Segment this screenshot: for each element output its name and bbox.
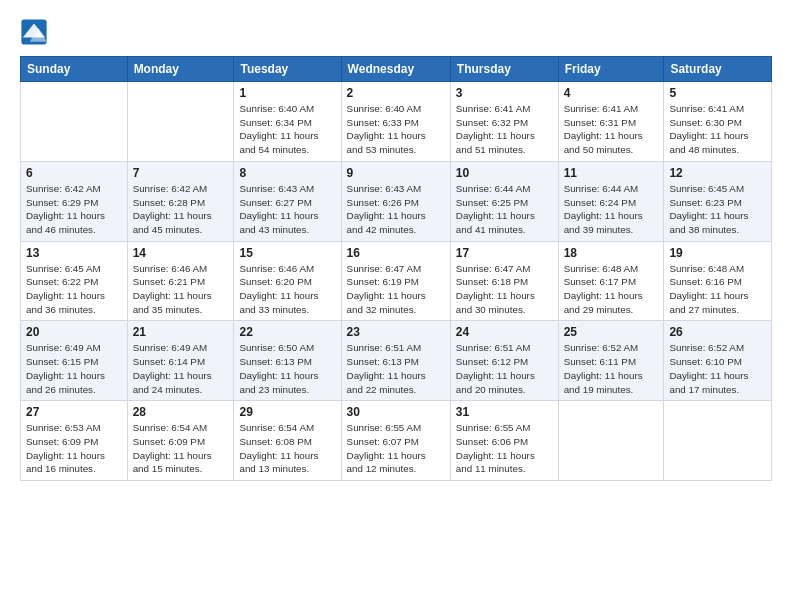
header: [20, 18, 772, 46]
calendar-cell: 21Sunrise: 6:49 AM Sunset: 6:14 PM Dayli…: [127, 321, 234, 401]
calendar-cell: 27Sunrise: 6:53 AM Sunset: 6:09 PM Dayli…: [21, 401, 128, 481]
calendar-cell: 5Sunrise: 6:41 AM Sunset: 6:30 PM Daylig…: [664, 82, 772, 162]
calendar-cell: 17Sunrise: 6:47 AM Sunset: 6:18 PM Dayli…: [450, 241, 558, 321]
logo: [20, 18, 50, 46]
day-number: 21: [133, 325, 229, 339]
cell-info: Sunrise: 6:48 AM Sunset: 6:16 PM Dayligh…: [669, 262, 766, 317]
cell-info: Sunrise: 6:42 AM Sunset: 6:29 PM Dayligh…: [26, 182, 122, 237]
calendar-cell: 6Sunrise: 6:42 AM Sunset: 6:29 PM Daylig…: [21, 161, 128, 241]
day-number: 27: [26, 405, 122, 419]
day-number: 29: [239, 405, 335, 419]
day-number: 16: [347, 246, 445, 260]
cell-info: Sunrise: 6:41 AM Sunset: 6:30 PM Dayligh…: [669, 102, 766, 157]
cell-info: Sunrise: 6:49 AM Sunset: 6:14 PM Dayligh…: [133, 341, 229, 396]
cell-info: Sunrise: 6:54 AM Sunset: 6:08 PM Dayligh…: [239, 421, 335, 476]
cell-info: Sunrise: 6:51 AM Sunset: 6:13 PM Dayligh…: [347, 341, 445, 396]
cell-info: Sunrise: 6:47 AM Sunset: 6:19 PM Dayligh…: [347, 262, 445, 317]
calendar-cell: 23Sunrise: 6:51 AM Sunset: 6:13 PM Dayli…: [341, 321, 450, 401]
calendar-cell: 8Sunrise: 6:43 AM Sunset: 6:27 PM Daylig…: [234, 161, 341, 241]
cell-info: Sunrise: 6:46 AM Sunset: 6:21 PM Dayligh…: [133, 262, 229, 317]
calendar-cell: 31Sunrise: 6:55 AM Sunset: 6:06 PM Dayli…: [450, 401, 558, 481]
day-number: 3: [456, 86, 553, 100]
calendar-cell: 13Sunrise: 6:45 AM Sunset: 6:22 PM Dayli…: [21, 241, 128, 321]
calendar-cell: 28Sunrise: 6:54 AM Sunset: 6:09 PM Dayli…: [127, 401, 234, 481]
calendar-cell: 11Sunrise: 6:44 AM Sunset: 6:24 PM Dayli…: [558, 161, 664, 241]
col-header-monday: Monday: [127, 57, 234, 82]
day-number: 23: [347, 325, 445, 339]
calendar-cell: [558, 401, 664, 481]
day-number: 4: [564, 86, 659, 100]
cell-info: Sunrise: 6:52 AM Sunset: 6:11 PM Dayligh…: [564, 341, 659, 396]
calendar-cell: [664, 401, 772, 481]
day-number: 30: [347, 405, 445, 419]
calendar-week-3: 13Sunrise: 6:45 AM Sunset: 6:22 PM Dayli…: [21, 241, 772, 321]
day-number: 17: [456, 246, 553, 260]
day-number: 24: [456, 325, 553, 339]
cell-info: Sunrise: 6:40 AM Sunset: 6:33 PM Dayligh…: [347, 102, 445, 157]
calendar-cell: 30Sunrise: 6:55 AM Sunset: 6:07 PM Dayli…: [341, 401, 450, 481]
day-number: 18: [564, 246, 659, 260]
day-number: 12: [669, 166, 766, 180]
col-header-wednesday: Wednesday: [341, 57, 450, 82]
col-header-thursday: Thursday: [450, 57, 558, 82]
cell-info: Sunrise: 6:54 AM Sunset: 6:09 PM Dayligh…: [133, 421, 229, 476]
cell-info: Sunrise: 6:40 AM Sunset: 6:34 PM Dayligh…: [239, 102, 335, 157]
cell-info: Sunrise: 6:49 AM Sunset: 6:15 PM Dayligh…: [26, 341, 122, 396]
day-number: 1: [239, 86, 335, 100]
cell-info: Sunrise: 6:41 AM Sunset: 6:32 PM Dayligh…: [456, 102, 553, 157]
calendar-table: SundayMondayTuesdayWednesdayThursdayFrid…: [20, 56, 772, 481]
day-number: 8: [239, 166, 335, 180]
day-number: 28: [133, 405, 229, 419]
day-number: 22: [239, 325, 335, 339]
calendar-cell: 22Sunrise: 6:50 AM Sunset: 6:13 PM Dayli…: [234, 321, 341, 401]
calendar-cell: 24Sunrise: 6:51 AM Sunset: 6:12 PM Dayli…: [450, 321, 558, 401]
cell-info: Sunrise: 6:43 AM Sunset: 6:27 PM Dayligh…: [239, 182, 335, 237]
calendar-cell: 26Sunrise: 6:52 AM Sunset: 6:10 PM Dayli…: [664, 321, 772, 401]
cell-info: Sunrise: 6:55 AM Sunset: 6:07 PM Dayligh…: [347, 421, 445, 476]
day-number: 26: [669, 325, 766, 339]
cell-info: Sunrise: 6:48 AM Sunset: 6:17 PM Dayligh…: [564, 262, 659, 317]
cell-info: Sunrise: 6:46 AM Sunset: 6:20 PM Dayligh…: [239, 262, 335, 317]
day-number: 13: [26, 246, 122, 260]
day-number: 11: [564, 166, 659, 180]
cell-info: Sunrise: 6:42 AM Sunset: 6:28 PM Dayligh…: [133, 182, 229, 237]
calendar-cell: 3Sunrise: 6:41 AM Sunset: 6:32 PM Daylig…: [450, 82, 558, 162]
cell-info: Sunrise: 6:45 AM Sunset: 6:22 PM Dayligh…: [26, 262, 122, 317]
cell-info: Sunrise: 6:43 AM Sunset: 6:26 PM Dayligh…: [347, 182, 445, 237]
day-number: 5: [669, 86, 766, 100]
cell-info: Sunrise: 6:47 AM Sunset: 6:18 PM Dayligh…: [456, 262, 553, 317]
calendar-week-1: 1Sunrise: 6:40 AM Sunset: 6:34 PM Daylig…: [21, 82, 772, 162]
calendar-cell: 7Sunrise: 6:42 AM Sunset: 6:28 PM Daylig…: [127, 161, 234, 241]
calendar-cell: [127, 82, 234, 162]
day-number: 20: [26, 325, 122, 339]
calendar-cell: 19Sunrise: 6:48 AM Sunset: 6:16 PM Dayli…: [664, 241, 772, 321]
calendar-week-4: 20Sunrise: 6:49 AM Sunset: 6:15 PM Dayli…: [21, 321, 772, 401]
calendar-cell: 12Sunrise: 6:45 AM Sunset: 6:23 PM Dayli…: [664, 161, 772, 241]
col-header-saturday: Saturday: [664, 57, 772, 82]
cell-info: Sunrise: 6:44 AM Sunset: 6:24 PM Dayligh…: [564, 182, 659, 237]
day-number: 15: [239, 246, 335, 260]
day-number: 14: [133, 246, 229, 260]
calendar-cell: 10Sunrise: 6:44 AM Sunset: 6:25 PM Dayli…: [450, 161, 558, 241]
cell-info: Sunrise: 6:55 AM Sunset: 6:06 PM Dayligh…: [456, 421, 553, 476]
calendar-cell: 14Sunrise: 6:46 AM Sunset: 6:21 PM Dayli…: [127, 241, 234, 321]
cell-info: Sunrise: 6:51 AM Sunset: 6:12 PM Dayligh…: [456, 341, 553, 396]
calendar-cell: 18Sunrise: 6:48 AM Sunset: 6:17 PM Dayli…: [558, 241, 664, 321]
cell-info: Sunrise: 6:52 AM Sunset: 6:10 PM Dayligh…: [669, 341, 766, 396]
cell-info: Sunrise: 6:44 AM Sunset: 6:25 PM Dayligh…: [456, 182, 553, 237]
calendar-cell: 15Sunrise: 6:46 AM Sunset: 6:20 PM Dayli…: [234, 241, 341, 321]
calendar-cell: 25Sunrise: 6:52 AM Sunset: 6:11 PM Dayli…: [558, 321, 664, 401]
calendar-cell: 4Sunrise: 6:41 AM Sunset: 6:31 PM Daylig…: [558, 82, 664, 162]
calendar-cell: 16Sunrise: 6:47 AM Sunset: 6:19 PM Dayli…: [341, 241, 450, 321]
calendar-cell: [21, 82, 128, 162]
day-number: 2: [347, 86, 445, 100]
day-number: 25: [564, 325, 659, 339]
day-number: 10: [456, 166, 553, 180]
calendar-cell: 9Sunrise: 6:43 AM Sunset: 6:26 PM Daylig…: [341, 161, 450, 241]
logo-icon: [20, 18, 48, 46]
cell-info: Sunrise: 6:45 AM Sunset: 6:23 PM Dayligh…: [669, 182, 766, 237]
calendar-week-2: 6Sunrise: 6:42 AM Sunset: 6:29 PM Daylig…: [21, 161, 772, 241]
col-header-sunday: Sunday: [21, 57, 128, 82]
calendar-cell: 2Sunrise: 6:40 AM Sunset: 6:33 PM Daylig…: [341, 82, 450, 162]
cell-info: Sunrise: 6:53 AM Sunset: 6:09 PM Dayligh…: [26, 421, 122, 476]
